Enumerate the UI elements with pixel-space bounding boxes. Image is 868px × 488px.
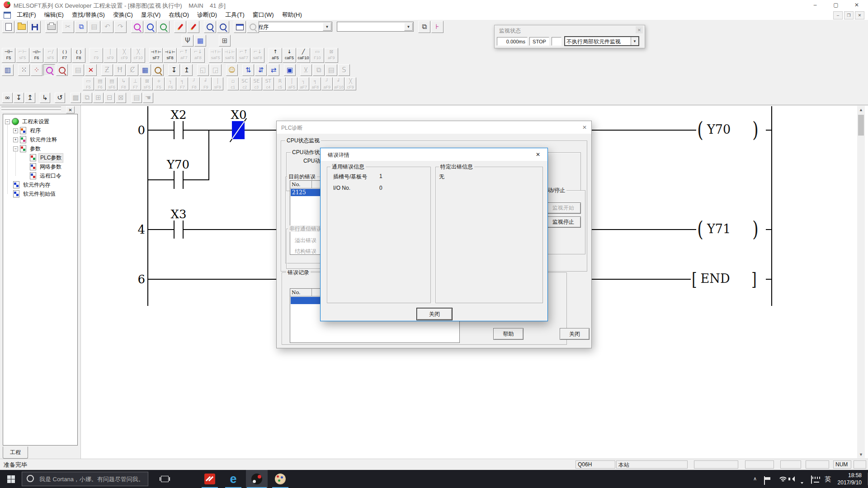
close-icon[interactable]: ✕ (534, 150, 542, 159)
start-button[interactable] (0, 470, 22, 488)
close-icon[interactable]: ✕ (636, 26, 643, 33)
write-mode-button[interactable] (174, 21, 186, 33)
crt-monitor-button[interactable]: ▣ (284, 64, 296, 76)
minimize-button[interactable]: – (805, 0, 826, 10)
write-mode-2-button[interactable] (56, 64, 68, 76)
maximize-button[interactable]: ▢ (826, 0, 846, 10)
insert-row-button[interactable]: ↧ (168, 64, 180, 76)
ladder-symbol-F6-button[interactable]: ⊣/⊢F6 (30, 48, 43, 63)
menu-online[interactable]: 在线(O) (165, 10, 193, 20)
project-data-window-button[interactable] (234, 21, 246, 33)
mdi-minimize-button[interactable]: – (833, 11, 843, 19)
tree-item-网络参数[interactable]: 网络参数 (23, 162, 76, 171)
comment-display-button[interactable]: ⧉ (418, 21, 430, 33)
find-string-button[interactable] (157, 21, 170, 33)
cortana-search-box[interactable]: 我是 Cortana，小娜。有问题尽管问我。 (22, 472, 148, 486)
touch-keyboard-icon[interactable] (811, 475, 812, 484)
remote-operation-button[interactable]: ☺ (226, 64, 238, 76)
ladder-symbol-sF8-button[interactable]: ⊣↓⊢sF8 (163, 48, 177, 63)
menu-help[interactable]: 帮助(H) (278, 10, 306, 20)
scan-time-mag-button[interactable] (152, 64, 164, 76)
find-next-button[interactable]: ↧ (14, 93, 24, 103)
close-icon[interactable]: ✕ (580, 123, 589, 131)
monitor-stop-button[interactable]: 监视停止 (546, 216, 581, 228)
device-grid-button[interactable]: ▦ (194, 35, 206, 47)
chevron-down-icon[interactable]: ▼ (631, 37, 638, 45)
menu-find-replace[interactable]: 查找/替换(S) (68, 10, 109, 20)
close-button[interactable]: ✕ (846, 0, 867, 10)
ladder-symbol-F7-button[interactable]: ( )F7 (58, 48, 71, 63)
zoom-replace-red-button[interactable] (217, 21, 229, 33)
chevron-down-icon[interactable]: ▼ (404, 23, 413, 31)
device-monitor-button[interactable]: ▥ (2, 64, 14, 76)
menu-tools[interactable]: 工具(T) (221, 10, 249, 20)
print-button[interactable] (45, 21, 57, 33)
splitter-handle[interactable] (1, 107, 61, 109)
taskbar-app-gxdeveloper-active[interactable] (246, 470, 268, 488)
menu-diagnostics[interactable]: 诊断(D) (193, 10, 221, 20)
menu-project[interactable]: 工程(F) (13, 10, 40, 20)
find-instruction-button[interactable] (144, 21, 156, 33)
ladder-symbol-F5-button[interactable]: ⊣⊢F5 (2, 48, 15, 63)
menu-edit[interactable]: 编辑(E) (40, 10, 68, 20)
splitter-handle[interactable] (1, 109, 61, 112)
ime-indicator[interactable]: 英 (825, 475, 831, 483)
scroll-down-icon[interactable]: ▼ (857, 450, 865, 458)
find-device-button[interactable] (131, 21, 143, 33)
mdi-close-button[interactable]: ✕ (855, 11, 864, 19)
close-icon[interactable]: ✕ (66, 106, 75, 113)
sort-1-button[interactable]: ⇅ (242, 64, 254, 76)
project-tree-toggle-button[interactable]: Ψ (182, 35, 193, 47)
tree-item-软元件注释[interactable]: +软元件注释 (13, 135, 76, 144)
tree-expander[interactable]: − (5, 119, 10, 124)
replace-button[interactable]: ↺ (55, 93, 65, 103)
tree-item-软元件内存[interactable]: 软元件内存 (13, 180, 76, 189)
tree-item-程序[interactable]: +程序 (13, 126, 76, 135)
list-mode-button[interactable]: ⊦ (431, 21, 443, 33)
watch-mode-select[interactable]: 不执行局部软元件监视 ▼ (564, 36, 639, 46)
ladder-symbol-sF7-button[interactable]: ⊣↑⊢sF7 (149, 48, 163, 63)
tree-item-软元件初始值[interactable]: 软元件初始值 (13, 189, 76, 198)
tree-item-工程未设置[interactable]: −工程未设置 (5, 117, 76, 126)
taskbar-app-edge[interactable]: e (222, 470, 244, 488)
menu-convert[interactable]: 变换(C) (109, 10, 137, 20)
scrollbar-thumb[interactable] (858, 115, 864, 136)
tab-project[interactable]: 工程 (3, 446, 28, 459)
taskbar-app-paint[interactable] (269, 470, 291, 488)
find-prev-button[interactable]: ↥ (25, 93, 35, 103)
tree-expander[interactable]: + (13, 128, 18, 133)
tray-chevron-up-icon[interactable]: ∧ (753, 476, 757, 482)
find-binoculars-button[interactable]: ∞ (2, 93, 13, 103)
ladder-symbol-caF10-button[interactable]: ╱caF10 (297, 48, 310, 63)
multi-window-button[interactable]: ▦ (139, 64, 151, 76)
scroll-up-icon[interactable]: ▲ (857, 106, 865, 113)
chevron-down-icon[interactable]: ▼ (323, 23, 331, 31)
battery-icon[interactable] (764, 476, 765, 485)
delete-row-button[interactable]: ↥ (181, 64, 193, 76)
sort-2-button[interactable]: ⇵ (255, 64, 267, 76)
tree-item-PLC参数[interactable]: PLC参数 (23, 153, 76, 162)
monitor-write-button[interactable]: ⁘ (31, 64, 42, 76)
monitor-write-mode-button[interactable] (187, 21, 199, 33)
ladder-symbol-aF5-button[interactable]: ↑aF5 (269, 48, 282, 63)
ladder-symbol-caF5-button[interactable]: ↓caF5 (283, 48, 296, 63)
structure-view-button[interactable]: ⊞ (219, 35, 231, 47)
open-button[interactable] (15, 21, 28, 33)
monitor-condition-button[interactable]: ⁙ (18, 64, 30, 76)
blank-combo[interactable]: ▼ (337, 22, 414, 32)
program-combo[interactable]: 程序 ▼ (255, 22, 332, 32)
tree-expander[interactable]: + (13, 137, 18, 142)
error-close-button[interactable]: 关闭 (417, 308, 452, 320)
taskbar-app-gxworks[interactable] (199, 470, 221, 488)
ladder-symbol-F8-button[interactable]: { }F8 (72, 48, 85, 63)
copy-button[interactable]: ⧉ (75, 21, 87, 33)
plc-close-button[interactable]: 关闭 (560, 328, 590, 340)
mdi-restore-button[interactable]: ❐ (844, 11, 854, 19)
clock[interactable]: 18:58 2017/9/10 (838, 472, 862, 486)
task-view-button[interactable] (154, 470, 175, 488)
save-button[interactable] (28, 21, 41, 33)
tree-item-远程口令[interactable]: 远程口令 (23, 171, 76, 180)
delete-red-button[interactable]: ✕ (85, 64, 97, 76)
menu-view[interactable]: 显示(V) (137, 10, 165, 20)
zoom-find-red-button[interactable] (204, 21, 216, 33)
